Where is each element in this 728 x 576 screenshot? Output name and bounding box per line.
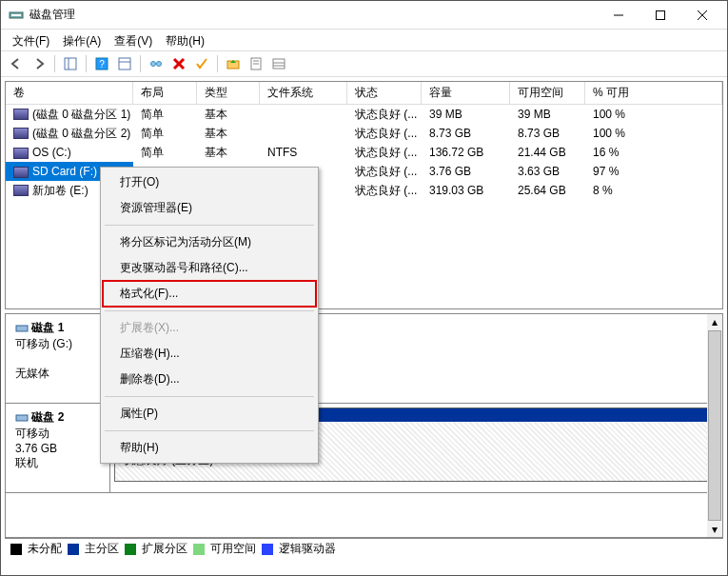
legend-label: 未分配 [28, 541, 62, 557]
legend-swatch [10, 544, 22, 555]
forward-icon[interactable] [28, 53, 50, 74]
menu-view[interactable]: 查看(V) [108, 31, 158, 49]
legend-label: 可用空间 [210, 541, 256, 557]
menu-help[interactable]: 帮助(H) [160, 31, 210, 49]
close-button[interactable] [681, 2, 723, 29]
col-free[interactable]: 可用空间 [510, 82, 585, 104]
context-menu-item[interactable]: 删除卷(D)... [103, 367, 316, 392]
properties-icon[interactable] [245, 53, 267, 74]
minimize-button[interactable] [598, 2, 639, 29]
context-menu-item[interactable]: 格式化(F)... [103, 281, 316, 307]
legend-swatch [125, 544, 136, 555]
context-menu-item[interactable]: 资源管理器(E) [103, 195, 316, 221]
folder-up-icon[interactable] [222, 53, 245, 74]
legend-swatch [193, 544, 205, 555]
settings-icon[interactable] [145, 53, 167, 74]
svg-rect-20 [273, 59, 285, 69]
scrollbar[interactable]: ▴ ▾ [707, 314, 722, 537]
title-bar: 磁盘管理 [1, 1, 727, 30]
col-layout[interactable]: 布局 [133, 82, 197, 104]
legend-swatch [262, 544, 273, 555]
menu-action[interactable]: 操作(A) [57, 31, 107, 49]
list-icon[interactable] [267, 53, 290, 74]
help-icon[interactable]: ? [90, 53, 113, 74]
volume-icon [13, 109, 29, 120]
back-icon[interactable] [5, 53, 28, 74]
context-menu-item[interactable]: 帮助(H) [103, 435, 316, 461]
svg-rect-3 [657, 10, 665, 19]
volume-icon [13, 148, 29, 159]
legend-label: 逻辑驱动器 [279, 541, 336, 557]
maximize-button[interactable] [639, 2, 681, 29]
context-menu-item[interactable]: 将分区标记为活动分区(M) [103, 229, 316, 255]
legend: 未分配主分区扩展分区可用空间逻辑驱动器 [5, 538, 723, 559]
scroll-up-icon[interactable]: ▴ [707, 314, 722, 329]
svg-rect-6 [65, 58, 76, 70]
scroll-thumb[interactable] [708, 330, 721, 521]
col-volume[interactable]: 卷 [6, 82, 133, 104]
toolbar: ? [1, 50, 727, 77]
svg-rect-10 [119, 58, 130, 70]
table-row[interactable]: (磁盘 0 磁盘分区 2)简单基本状态良好 (...8.73 GB8.73 GB… [6, 124, 722, 143]
col-status[interactable]: 状态 [347, 82, 422, 104]
col-type[interactable]: 类型 [197, 82, 260, 104]
window-title: 磁盘管理 [30, 7, 598, 23]
svg-rect-24 [16, 415, 28, 421]
refresh-icon[interactable] [113, 53, 136, 74]
svg-point-13 [157, 62, 162, 67]
grid-header: 卷 布局 类型 文件系统 状态 容量 可用空间 % 可用 [6, 82, 722, 105]
legend-label: 扩展分区 [142, 541, 187, 557]
menu-file[interactable]: 文件(F) [7, 31, 55, 49]
legend-label: 主分区 [85, 541, 119, 557]
svg-rect-1 [11, 14, 21, 16]
disk-info: 磁盘 1可移动 (G:)无媒体 [6, 314, 110, 403]
scroll-down-icon[interactable]: ▾ [707, 522, 722, 537]
svg-text:?: ? [99, 59, 105, 70]
context-menu-item[interactable]: 属性(P) [103, 401, 316, 427]
col-cap[interactable]: 容量 [422, 82, 510, 104]
delete-icon[interactable] [167, 53, 190, 74]
menu-bar: 文件(F) 操作(A) 查看(V) 帮助(H) [1, 30, 727, 50]
context-menu-item[interactable]: 压缩卷(H)... [103, 341, 316, 367]
col-fs[interactable]: 文件系统 [260, 82, 347, 104]
volume-icon [13, 167, 29, 178]
svg-rect-23 [16, 326, 28, 331]
svg-point-12 [151, 62, 156, 67]
context-menu-item[interactable]: 更改驱动器号和路径(C)... [103, 255, 316, 281]
check-icon[interactable] [190, 53, 213, 74]
table-row[interactable]: OS (C:)简单基本NTFS状态良好 (...136.72 GB21.44 G… [6, 143, 722, 162]
app-icon [9, 8, 24, 23]
col-pct[interactable]: % 可用 [585, 82, 722, 104]
context-menu: 打开(O)资源管理器(E)将分区标记为活动分区(M)更改驱动器号和路径(C)..… [100, 167, 319, 464]
volume-icon [13, 185, 29, 196]
show-hide-tree-icon[interactable] [59, 53, 82, 74]
disk-info: 磁盘 2可移动3.76 GB联机 [6, 404, 110, 492]
legend-swatch [68, 544, 79, 555]
volume-icon [13, 128, 29, 139]
table-row[interactable]: (磁盘 0 磁盘分区 1)简单基本状态良好 (...39 MB39 MB100 … [6, 105, 722, 124]
context-menu-item: 扩展卷(X)... [103, 315, 316, 341]
context-menu-item[interactable]: 打开(O) [103, 169, 316, 195]
